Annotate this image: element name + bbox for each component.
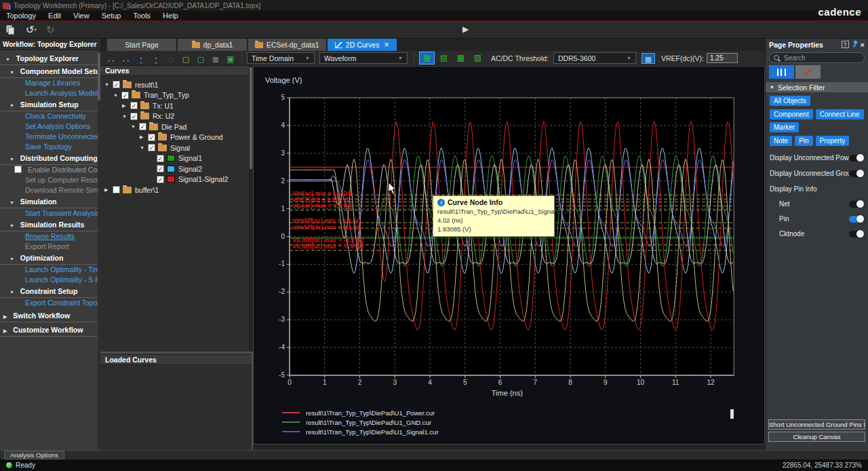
- plot-type-select[interactable]: Waveform ▼: [319, 52, 408, 64]
- selection-filter-header[interactable]: ▼ Selection Filter: [766, 82, 868, 92]
- tab[interactable]: ECSet-dp_data1: [248, 39, 326, 51]
- workflow-item[interactable]: Manage Libraries: [0, 78, 100, 88]
- close-icon[interactable]: ×: [861, 41, 865, 49]
- filter-chip[interactable]: Note: [770, 136, 792, 146]
- pan-icon[interactable]: [209, 52, 222, 64]
- toggle-switch[interactable]: [849, 170, 864, 177]
- vref-grid-icon[interactable]: ▦: [642, 53, 655, 64]
- checkbox[interactable]: ✓: [130, 113, 138, 120]
- filter-chip[interactable]: All Objects: [770, 96, 810, 106]
- toggle-switch[interactable]: [849, 216, 864, 223]
- checkbox[interactable]: ✓: [148, 134, 155, 141]
- filter-chip[interactable]: Connect Line: [816, 109, 864, 119]
- workflow-item[interactable]: Constraint Setup: [0, 286, 100, 298]
- search-input[interactable]: [783, 54, 850, 62]
- expand-arrow-icon[interactable]: ▶: [122, 103, 130, 109]
- expand-arrow-icon[interactable]: ▼: [131, 124, 139, 129]
- marker-v2-icon[interactable]: [149, 52, 163, 64]
- probe-icon[interactable]: [164, 52, 178, 64]
- curve-tree-item[interactable]: ✓ Signal1: [100, 153, 252, 164]
- marker-v1-icon[interactable]: [134, 52, 148, 64]
- curve-tree-item[interactable]: ▼ ✓ Die Pad: [100, 121, 252, 132]
- workflow-item[interactable]: Component Model Setup: [0, 67, 100, 78]
- checkbox[interactable]: ✓: [157, 176, 164, 183]
- workflow-item[interactable]: Check Connectivity: [0, 111, 100, 121]
- workflow-item[interactable]: Optimization: [0, 253, 100, 265]
- workflow-item[interactable]: Simulation: [0, 197, 100, 208]
- cleanup-canvas-button[interactable]: Cleanup Canvas: [768, 432, 865, 442]
- tab[interactable]: dp_data1: [178, 39, 247, 51]
- menu-item[interactable]: Setup: [96, 11, 127, 20]
- help-icon[interactable]: ?: [842, 41, 849, 48]
- checkbox[interactable]: ✓: [139, 123, 146, 130]
- run-simulation-icon[interactable]: ▶: [462, 24, 469, 34]
- waveform-chart[interactable]: 0123456789101112-5-4-3-2-1012345VIH(ac) …: [254, 67, 764, 444]
- vref-input[interactable]: [707, 53, 738, 63]
- eye-diagram-icon[interactable]: [420, 52, 434, 64]
- toggle-switch[interactable]: [849, 155, 864, 162]
- workflow-item[interactable]: Distributed Computing Setup: [0, 153, 100, 165]
- marker-h2-icon[interactable]: [119, 52, 133, 64]
- undo-icon[interactable]: ↺▾: [26, 24, 37, 36]
- checkbox[interactable]: ✓: [113, 81, 120, 88]
- menu-item[interactable]: Help: [157, 11, 184, 20]
- close-icon[interactable]: ×: [384, 40, 389, 50]
- curve-tree-item[interactable]: ▼ ✓ Rx: U2: [100, 111, 252, 122]
- expand-arrow-icon[interactable]: ▼: [104, 82, 113, 87]
- checkbox[interactable]: [113, 186, 120, 193]
- expand-arrow-icon[interactable]: ▶: [140, 134, 148, 140]
- menu-item[interactable]: Topology: [0, 11, 42, 20]
- workflow-item[interactable]: Simulation Setup: [0, 100, 100, 111]
- brush-tool-button[interactable]: [795, 65, 821, 79]
- menu-item[interactable]: Tools: [127, 11, 157, 20]
- filter-chip[interactable]: Component: [770, 109, 813, 119]
- eye-contour-icon[interactable]: [454, 52, 468, 64]
- filter-chip[interactable]: Pin: [795, 136, 812, 146]
- filter-chip[interactable]: Marker: [770, 122, 799, 132]
- checkbox[interactable]: ✓: [121, 92, 129, 99]
- tab[interactable]: 2D Curves ×: [328, 39, 397, 51]
- domain-select[interactable]: Time Domain ▼: [247, 52, 315, 64]
- fit-view-icon[interactable]: [224, 52, 237, 64]
- tab[interactable]: Start Page: [107, 39, 176, 51]
- checkbox[interactable]: ✓: [157, 155, 164, 162]
- toggle-switch[interactable]: [849, 231, 864, 238]
- expand-arrow-icon[interactable]: ▼: [113, 93, 121, 98]
- workflow-item[interactable]: Topology Explorer: [0, 54, 100, 65]
- workflow-item[interactable]: Enable Distributed Computing: [0, 165, 100, 175]
- curve-tree-item[interactable]: ✓ Signal2: [100, 164, 252, 174]
- checkbox[interactable]: ✓: [148, 144, 155, 151]
- workflow-item[interactable]: Terminate Unconnected Pins: [0, 132, 100, 142]
- analysis-options-tab[interactable]: Analysis Options: [4, 451, 64, 459]
- menu-item[interactable]: View: [67, 11, 96, 20]
- curve-tree-item[interactable]: ✓ Signal1-Signal2: [100, 174, 252, 185]
- expand-arrow-icon[interactable]: ▼: [140, 145, 148, 150]
- curve-tree-item[interactable]: ▶ ✓ Power & Ground: [100, 132, 252, 143]
- workflow-item[interactable]: Browse Results: [0, 231, 100, 242]
- zoom-region-icon[interactable]: [194, 52, 208, 64]
- workflow-item[interactable]: Start Transient Analysis: [0, 208, 100, 219]
- copy-curve-icon[interactable]: [179, 52, 193, 64]
- toggle-switch[interactable]: [849, 201, 864, 208]
- pin-icon[interactable]: [852, 41, 858, 48]
- expand-arrow-icon[interactable]: ▶: [104, 187, 113, 193]
- eye-mask-icon[interactable]: [437, 52, 451, 64]
- curve-tree-item[interactable]: ▼ ✓ Signal: [100, 143, 252, 153]
- menu-item[interactable]: Edit: [42, 11, 67, 20]
- workflow-item[interactable]: Simulation Results: [0, 220, 100, 231]
- filter-tool-button[interactable]: [769, 65, 794, 79]
- workflow-item[interactable]: Launch Analysis Model Manage: [0, 88, 100, 98]
- curve-tree-item[interactable]: ▼ ✓ result\1: [100, 79, 252, 90]
- filter-chip[interactable]: Property: [816, 136, 850, 146]
- eye-measure-icon[interactable]: [471, 52, 485, 64]
- workflow-item[interactable]: Customize Workflow: [0, 325, 100, 337]
- redo-icon[interactable]: ↻: [46, 24, 55, 36]
- expand-arrow-icon[interactable]: ▼: [122, 114, 130, 119]
- curve-tree-item[interactable]: ▶ ✓ Tx: U1: [100, 100, 252, 111]
- short-ground-pins-button[interactable]: Short Unconnected Ground Pins to G: [768, 419, 865, 430]
- curve-tree-item[interactable]: ▶ buffer\1: [100, 185, 252, 195]
- workflow-item[interactable]: Save Topology: [0, 142, 100, 152]
- workflow-item[interactable]: Set Analysis Options: [0, 121, 100, 132]
- workflow-item[interactable]: Launch Optimality - Time Doma: [0, 265, 100, 275]
- workflow-item[interactable]: Switch Workflow: [0, 311, 100, 322]
